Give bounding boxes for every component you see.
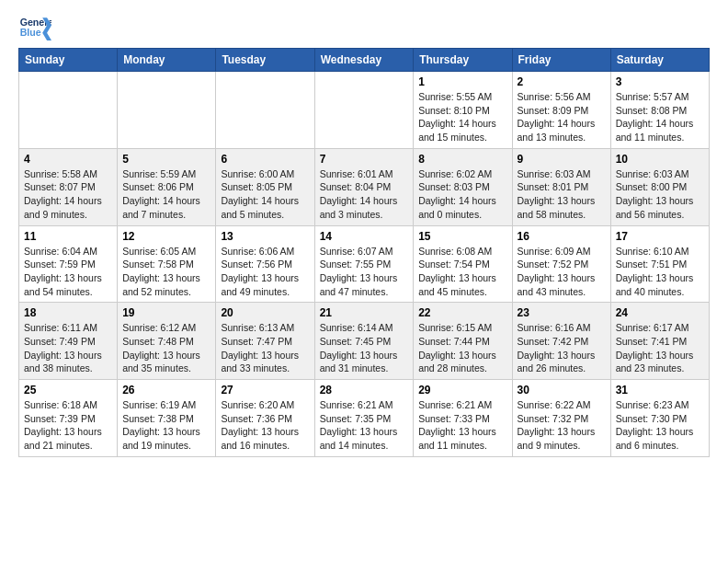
calendar-cell: 11Sunrise: 6:04 AMSunset: 7:59 PMDayligh…: [19, 225, 118, 303]
weekday-header-row: SundayMondayTuesdayWednesdayThursdayFrid…: [19, 49, 710, 72]
day-info: Sunrise: 5:59 AMSunset: 8:06 PMDaylight:…: [122, 167, 210, 222]
day-number: 29: [418, 384, 506, 396]
calendar-cell: [118, 72, 216, 149]
day-info: Sunrise: 6:11 AMSunset: 7:49 PMDaylight:…: [24, 321, 112, 375]
day-number: 11: [24, 230, 112, 243]
day-info: Sunrise: 6:20 AMSunset: 7:36 PMDaylight:…: [221, 398, 309, 453]
day-info: Sunrise: 6:10 AMSunset: 7:51 PMDaylight:…: [616, 245, 704, 299]
calendar-cell: [19, 72, 118, 149]
calendar-cell: 16Sunrise: 6:09 AMSunset: 7:52 PMDayligh…: [512, 225, 610, 303]
weekday-header: Wednesday: [314, 49, 414, 72]
day-info: Sunrise: 5:58 AMSunset: 8:07 PMDaylight:…: [24, 167, 112, 222]
calendar-cell: 12Sunrise: 6:05 AMSunset: 7:58 PMDayligh…: [118, 225, 216, 303]
day-number: 10: [616, 153, 704, 166]
day-number: 13: [221, 230, 309, 243]
calendar-week-row: 18Sunrise: 6:11 AMSunset: 7:49 PMDayligh…: [19, 303, 710, 380]
calendar-cell: 2Sunrise: 5:56 AMSunset: 8:09 PMDaylight…: [512, 72, 610, 149]
calendar-cell: 5Sunrise: 5:59 AMSunset: 8:06 PMDaylight…: [118, 148, 216, 225]
day-number: 28: [320, 384, 409, 396]
calendar-cell: 7Sunrise: 6:01 AMSunset: 8:04 PMDaylight…: [314, 148, 414, 225]
day-info: Sunrise: 6:05 AMSunset: 7:58 PMDaylight:…: [122, 245, 210, 299]
calendar-cell: [216, 72, 314, 149]
weekday-header: Tuesday: [216, 49, 314, 72]
logo-icon: General Blue: [18, 15, 51, 40]
day-number: 8: [418, 153, 506, 166]
day-number: 15: [418, 230, 506, 243]
calendar-cell: 14Sunrise: 6:07 AMSunset: 7:55 PMDayligh…: [314, 225, 414, 303]
day-number: 5: [122, 153, 210, 166]
calendar-cell: 23Sunrise: 6:16 AMSunset: 7:42 PMDayligh…: [512, 303, 610, 380]
day-info: Sunrise: 5:55 AMSunset: 8:10 PMDaylight:…: [418, 90, 506, 144]
day-info: Sunrise: 6:08 AMSunset: 7:54 PMDaylight:…: [418, 245, 506, 299]
day-number: 27: [221, 384, 309, 396]
day-number: 22: [418, 306, 506, 319]
day-number: 3: [616, 75, 704, 88]
weekday-header: Thursday: [414, 49, 512, 72]
day-info: Sunrise: 6:19 AMSunset: 7:38 PMDaylight:…: [122, 398, 210, 453]
day-info: Sunrise: 6:17 AMSunset: 7:41 PMDaylight:…: [616, 321, 704, 375]
day-number: 1: [418, 75, 506, 88]
day-info: Sunrise: 6:04 AMSunset: 7:59 PMDaylight:…: [24, 245, 112, 299]
calendar-cell: 4Sunrise: 5:58 AMSunset: 8:07 PMDaylight…: [19, 148, 118, 225]
day-info: Sunrise: 6:03 AMSunset: 8:00 PMDaylight:…: [616, 167, 704, 222]
calendar-cell: 20Sunrise: 6:13 AMSunset: 7:47 PMDayligh…: [216, 303, 314, 380]
day-info: Sunrise: 6:21 AMSunset: 7:33 PMDaylight:…: [418, 398, 506, 453]
day-number: 2: [518, 75, 606, 88]
day-number: 30: [518, 384, 606, 396]
calendar-cell: 28Sunrise: 6:21 AMSunset: 7:35 PMDayligh…: [314, 380, 414, 457]
day-number: 12: [122, 230, 210, 243]
calendar-cell: 17Sunrise: 6:10 AMSunset: 7:51 PMDayligh…: [610, 225, 709, 303]
calendar-cell: 25Sunrise: 6:18 AMSunset: 7:39 PMDayligh…: [19, 380, 118, 457]
day-number: 24: [616, 306, 704, 319]
day-number: 9: [518, 153, 606, 166]
calendar-week-row: 4Sunrise: 5:58 AMSunset: 8:07 PMDaylight…: [19, 148, 710, 225]
calendar-cell: 30Sunrise: 6:22 AMSunset: 7:32 PMDayligh…: [512, 380, 610, 457]
calendar-cell: 18Sunrise: 6:11 AMSunset: 7:49 PMDayligh…: [19, 303, 118, 380]
day-info: Sunrise: 6:00 AMSunset: 8:05 PMDaylight:…: [221, 167, 309, 222]
day-number: 14: [320, 230, 409, 243]
calendar-cell: 22Sunrise: 6:15 AMSunset: 7:44 PMDayligh…: [414, 303, 512, 380]
day-info: Sunrise: 6:03 AMSunset: 8:01 PMDaylight:…: [518, 167, 606, 222]
day-number: 23: [518, 306, 606, 319]
day-number: 19: [122, 306, 210, 319]
calendar-cell: 3Sunrise: 5:57 AMSunset: 8:08 PMDaylight…: [610, 72, 709, 149]
day-info: Sunrise: 6:07 AMSunset: 7:55 PMDaylight:…: [320, 245, 409, 299]
day-info: Sunrise: 6:21 AMSunset: 7:35 PMDaylight:…: [320, 398, 409, 453]
day-number: 26: [122, 384, 210, 396]
calendar-cell: 6Sunrise: 6:00 AMSunset: 8:05 PMDaylight…: [216, 148, 314, 225]
calendar-week-row: 11Sunrise: 6:04 AMSunset: 7:59 PMDayligh…: [19, 225, 710, 303]
day-info: Sunrise: 6:02 AMSunset: 8:03 PMDaylight:…: [418, 167, 506, 222]
calendar-cell: [314, 72, 414, 149]
calendar-cell: 10Sunrise: 6:03 AMSunset: 8:00 PMDayligh…: [610, 148, 709, 225]
day-number: 31: [616, 384, 704, 396]
day-number: 18: [24, 306, 112, 319]
day-info: Sunrise: 6:23 AMSunset: 7:30 PMDaylight:…: [616, 398, 704, 453]
page-header: General Blue: [18, 15, 710, 40]
day-info: Sunrise: 6:01 AMSunset: 8:04 PMDaylight:…: [320, 167, 409, 222]
calendar-cell: 15Sunrise: 6:08 AMSunset: 7:54 PMDayligh…: [414, 225, 512, 303]
weekday-header: Saturday: [610, 49, 709, 72]
calendar-week-row: 1Sunrise: 5:55 AMSunset: 8:10 PMDaylight…: [19, 72, 710, 149]
day-number: 4: [24, 153, 112, 166]
day-info: Sunrise: 6:06 AMSunset: 7:56 PMDaylight:…: [221, 245, 309, 299]
day-info: Sunrise: 6:14 AMSunset: 7:45 PMDaylight:…: [320, 321, 409, 375]
day-info: Sunrise: 5:56 AMSunset: 8:09 PMDaylight:…: [518, 90, 606, 144]
svg-text:Blue: Blue: [20, 27, 41, 38]
calendar-week-row: 25Sunrise: 6:18 AMSunset: 7:39 PMDayligh…: [19, 380, 710, 457]
weekday-header: Friday: [512, 49, 610, 72]
calendar-cell: 27Sunrise: 6:20 AMSunset: 7:36 PMDayligh…: [216, 380, 314, 457]
day-number: 25: [24, 384, 112, 396]
day-number: 21: [320, 306, 409, 319]
calendar-cell: 26Sunrise: 6:19 AMSunset: 7:38 PMDayligh…: [118, 380, 216, 457]
weekday-header: Sunday: [19, 49, 118, 72]
day-info: Sunrise: 6:16 AMSunset: 7:42 PMDaylight:…: [518, 321, 606, 375]
day-info: Sunrise: 6:15 AMSunset: 7:44 PMDaylight:…: [418, 321, 506, 375]
calendar-cell: 31Sunrise: 6:23 AMSunset: 7:30 PMDayligh…: [610, 380, 709, 457]
calendar-cell: 21Sunrise: 6:14 AMSunset: 7:45 PMDayligh…: [314, 303, 414, 380]
day-number: 17: [616, 230, 704, 243]
day-info: Sunrise: 6:09 AMSunset: 7:52 PMDaylight:…: [518, 245, 606, 299]
calendar-cell: 8Sunrise: 6:02 AMSunset: 8:03 PMDaylight…: [414, 148, 512, 225]
day-info: Sunrise: 6:18 AMSunset: 7:39 PMDaylight:…: [24, 398, 112, 453]
calendar-cell: 13Sunrise: 6:06 AMSunset: 7:56 PMDayligh…: [216, 225, 314, 303]
day-info: Sunrise: 5:57 AMSunset: 8:08 PMDaylight:…: [616, 90, 704, 144]
